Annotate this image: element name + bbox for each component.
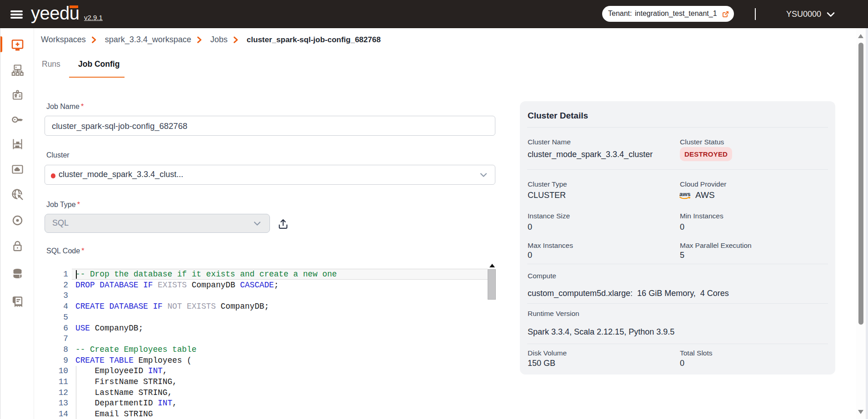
svg-text:aws: aws [679,191,691,197]
